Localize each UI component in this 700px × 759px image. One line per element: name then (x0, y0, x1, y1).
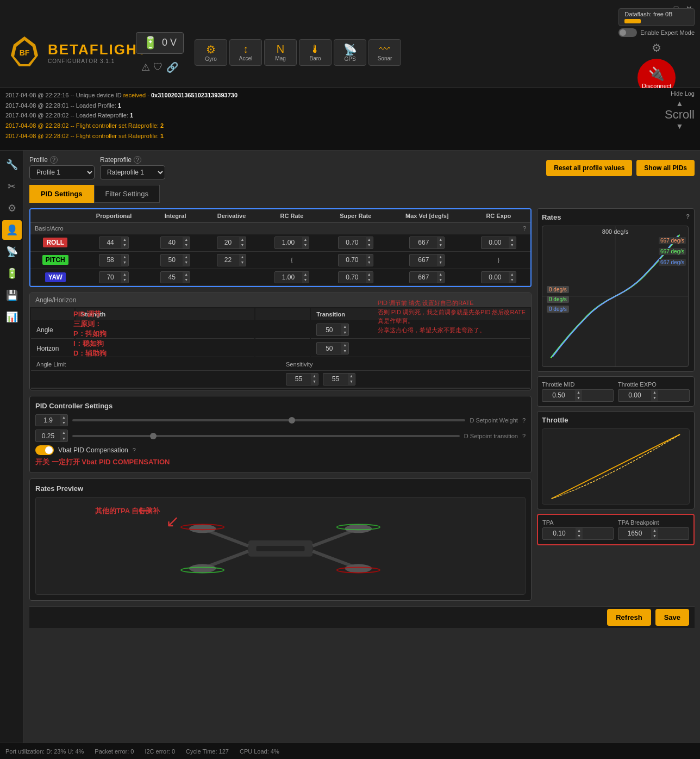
rateprofile-info-icon[interactable]: ? (134, 156, 141, 164)
sidebar-item-setup[interactable]: 🔧 (2, 155, 22, 175)
pitch-p-input[interactable]: ▲▼ (99, 254, 129, 266)
roll-p-field[interactable] (99, 239, 121, 246)
roll-rcexpo-input[interactable]: ▲▼ (481, 237, 516, 249)
sensitivity1-input[interactable]: ▲▼ (286, 373, 318, 385)
horizon-transition-field[interactable] (317, 345, 341, 352)
profile-info-icon[interactable]: ? (50, 156, 58, 164)
nav-gyro[interactable]: ⚙ Gyro (195, 39, 227, 66)
gear-icon[interactable]: ⚙ (652, 41, 661, 54)
pitch-d-input[interactable]: ▲▼ (217, 254, 247, 266)
pid-basic-acro-label: Basic/Acro (30, 223, 260, 234)
hide-log-button[interactable]: Hide Log (671, 90, 695, 97)
roll-maxvel-input[interactable]: ▲▼ (409, 237, 445, 249)
pitch-p-field[interactable] (99, 256, 121, 264)
tab-pid-settings[interactable]: PID Settings (29, 185, 94, 203)
d-transition-input[interactable]: ▲▼ (35, 430, 68, 442)
tab-filter-settings[interactable]: Filter Settings (94, 185, 160, 203)
rateprofile-select[interactable]: Rateprofile 1 Rateprofile 2 Rateprofile … (100, 165, 165, 179)
throttle-mid-input[interactable]: ▲▼ (542, 389, 614, 402)
d-weight-input[interactable]: ▲▼ (35, 414, 68, 427)
vbat-help-icon[interactable]: ? (133, 447, 136, 453)
sidebar-item-pid-tuning[interactable]: 👤 (2, 220, 22, 240)
horizon-transition-input[interactable]: ▲▼ (316, 342, 349, 354)
sensitivity2-input[interactable]: ▲▼ (323, 373, 355, 385)
nav-gps[interactable]: 📡 GPS (334, 39, 366, 66)
expert-mode-toggle[interactable] (618, 28, 637, 37)
roll-d-field[interactable] (217, 239, 239, 246)
roll-d-input[interactable]: ▲▼ (217, 237, 247, 249)
d-transition-field[interactable] (36, 432, 60, 440)
pitch-i-input[interactable]: ▲▼ (160, 254, 190, 266)
roll-superrate-field[interactable] (339, 239, 366, 246)
throttle-mid-field[interactable] (542, 391, 575, 399)
yaw-i-input[interactable]: ▲▼ (160, 271, 190, 284)
yaw-rcexpo-input[interactable]: ▲▼ (481, 271, 516, 284)
sidebar-item-calibration[interactable]: ✂ (2, 177, 22, 196)
yaw-rcexpo-field[interactable] (482, 273, 509, 281)
yaw-p-input[interactable]: ▲▼ (99, 271, 129, 284)
tpa-field[interactable] (543, 530, 576, 537)
angle-transition-input[interactable]: ▲▼ (316, 323, 349, 336)
sidebar-item-configuration[interactable]: ⚙ (2, 198, 22, 218)
throttle-chart-section: Throttle (537, 411, 695, 509)
profile-select[interactable]: Profile 1 Profile 2 Profile 3 (29, 165, 95, 179)
gps-icon: 📡 (343, 43, 357, 56)
nav-baro[interactable]: 🌡 Baro (299, 39, 332, 66)
d-transition-help-icon[interactable]: ? (522, 433, 526, 439)
rates-help-icon[interactable]: ? (686, 213, 690, 221)
roll-rcrate-field[interactable] (275, 239, 302, 246)
d-transition-slider[interactable] (72, 435, 460, 437)
pitch-d-field[interactable] (217, 256, 239, 264)
pid-col-superrate: Super Rate (324, 209, 388, 223)
d-weight-slider[interactable] (72, 419, 465, 421)
yaw-i-field[interactable] (161, 273, 183, 281)
roll-rcexpo-field[interactable] (482, 239, 509, 246)
yaw-maxvel-input[interactable]: ▲▼ (409, 271, 445, 284)
yaw-maxvel-field[interactable] (410, 273, 437, 281)
throttle-expo-input[interactable]: ▲▼ (618, 389, 690, 402)
angle-limit-row: Angle Limit Sensitivity (31, 358, 530, 389)
save-button[interactable]: Save (655, 609, 689, 626)
yaw-p-field[interactable] (99, 273, 121, 281)
sidebar-item-motors[interactable]: 🔋 (2, 264, 22, 283)
roll-maxvel-cell: ▲▼ (388, 234, 467, 252)
d-weight-field[interactable] (36, 416, 60, 424)
pitch-i-field[interactable] (161, 256, 183, 264)
show-pids-button[interactable]: Show all PIDs (636, 160, 695, 176)
vbat-toggle[interactable] (35, 445, 54, 455)
nav-sonar[interactable]: 〰 Sonar (368, 39, 401, 66)
yaw-superrate-field[interactable] (339, 273, 366, 281)
pitch-maxvel-field[interactable] (410, 256, 437, 264)
basic-acro-help-icon[interactable]: ? (523, 225, 526, 232)
sensitivity1-field[interactable] (286, 375, 311, 383)
roll-p-input[interactable]: ▲▼ (99, 237, 129, 249)
pitch-superrate-input[interactable]: ▲▼ (338, 254, 373, 266)
sidebar-item-receiver[interactable]: 📡 (2, 242, 22, 262)
nav-mag[interactable]: N Mag (264, 39, 297, 66)
yaw-rcrate-input[interactable]: ▲▼ (274, 271, 310, 284)
roll-i-input[interactable]: ▲▼ (160, 237, 190, 249)
roll-i-field[interactable] (161, 239, 183, 246)
d-weight-help-icon[interactable]: ? (522, 417, 526, 424)
pitch-maxvel-input[interactable]: ▲▼ (409, 254, 445, 266)
pitch-p-cell: ▲▼ (80, 251, 148, 269)
pitch-superrate-field[interactable] (339, 256, 366, 264)
sidebar-item-blackbox[interactable]: 📊 (2, 307, 22, 327)
roll-rate-label: 667 deg/s (659, 237, 686, 244)
throttle-expo-field[interactable] (618, 391, 651, 399)
tpa-input[interactable]: ▲▼ (542, 527, 614, 540)
angle-transition-field[interactable] (317, 326, 341, 334)
roll-superrate-input[interactable]: ▲▼ (338, 237, 373, 249)
tpa-breakpoint-input[interactable]: ▲▼ (618, 527, 689, 540)
sidebar-item-logging[interactable]: 💾 (2, 285, 22, 305)
roll-maxvel-field[interactable] (410, 239, 437, 246)
reset-profile-button[interactable]: Reset all profile values (546, 160, 632, 176)
yaw-rcrate-field[interactable] (275, 273, 302, 281)
nav-accel[interactable]: ↕ Accel (229, 39, 262, 66)
sensitivity2-field[interactable] (323, 375, 348, 383)
roll-rcrate-input[interactable]: ▲▼ (274, 237, 310, 249)
tpa-breakpoint-field[interactable] (618, 530, 651, 537)
yaw-superrate-input[interactable]: ▲▼ (338, 271, 373, 284)
refresh-button[interactable]: Refresh (607, 609, 651, 626)
yaw-d-cell (203, 269, 260, 286)
